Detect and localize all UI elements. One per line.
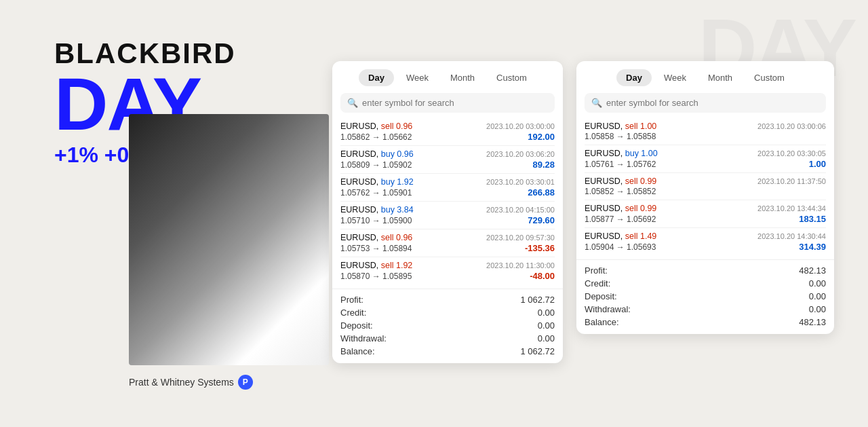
tab-left-week[interactable]: Week	[397, 69, 438, 86]
trade-value: -48.00	[530, 271, 555, 281]
trade-prices: 1.05761 → 1.05762	[585, 160, 656, 169]
trade-item: EURUSD, buy 1.00 2023.10.20 03:30:05 1.0…	[585, 145, 826, 173]
trade-prices: 1.05904 → 1.05693	[585, 242, 656, 252]
summary-withdrawal-left: Withdrawal: 0.00	[340, 332, 555, 345]
tab-left-custom[interactable]: Custom	[487, 69, 536, 86]
trade-item: EURUSD, sell 1.00 2023.10.20 03:00:06 1.…	[585, 118, 826, 145]
summary-deposit-left: Deposit: 0.00	[340, 319, 555, 332]
tab-right-week[interactable]: Week	[654, 69, 696, 86]
summary-credit-left: Credit: 0.00	[340, 306, 555, 319]
trade-list-right: EURUSD, sell 1.00 2023.10.20 03:00:06 1.…	[576, 118, 834, 255]
trade-date: 2023.10.20 03:30:05	[757, 149, 826, 157]
trade-label: EURUSD, sell 1.92	[340, 261, 412, 270]
trade-date: 2023.10.20 03:30:01	[486, 178, 555, 186]
footer-text: Pratt & Whitney Systems	[129, 377, 234, 388]
trade-prices: 1.05753 → 1.05894	[340, 244, 412, 253]
panel-right: Day Week Month Custom 🔍 EURUSD, sell 1.0…	[576, 61, 834, 334]
trade-prices: 1.05858 → 1.05858	[585, 132, 656, 141]
search-bar-left[interactable]: 🔍	[340, 93, 555, 113]
tab-left-day[interactable]: Day	[359, 69, 394, 86]
trade-value: 314.39	[799, 242, 826, 252]
trade-value: 192.00	[528, 132, 555, 142]
tab-right-month[interactable]: Month	[698, 69, 742, 86]
trade-prices: 1.05710 → 1.05900	[340, 216, 412, 225]
trade-date: 2023.10.20 04:15:00	[486, 206, 555, 214]
footer-icon: P	[238, 375, 253, 390]
search-icon-right: 🔍	[591, 98, 602, 108]
trade-prices: 1.05870 → 1.05895	[340, 272, 412, 281]
trade-list-left: EURUSD, sell 0.96 2023.10.20 03:00:00 1.…	[332, 118, 563, 284]
tab-bar-right: Day Week Month Custom	[576, 69, 834, 86]
trade-item: EURUSD, sell 1.92 2023.10.20 11:30:00 1.…	[340, 257, 555, 284]
trade-prices: 1.05877 → 1.05692	[585, 215, 656, 224]
search-icon-left: 🔍	[347, 98, 358, 108]
search-bar-right[interactable]: 🔍	[585, 93, 826, 113]
trade-item: EURUSD, buy 1.92 2023.10.20 03:30:01 1.0…	[340, 174, 555, 202]
trade-date: 2023.10.20 13:44:34	[757, 204, 826, 212]
trade-label: EURUSD, buy 0.96	[340, 149, 414, 159]
trade-label: EURUSD, sell 0.96	[340, 233, 412, 242]
summary-left: Profit: 1 062.72 Credit: 0.00 Deposit: 0…	[332, 289, 563, 358]
trade-item: EURUSD, sell 0.96 2023.10.20 09:57:30 1.…	[340, 229, 555, 257]
trade-label: EURUSD, sell 0.99	[585, 177, 656, 186]
trade-label: EURUSD, buy 1.00	[585, 149, 658, 158]
trade-label: EURUSD, sell 0.99	[585, 204, 656, 213]
tab-left-month[interactable]: Month	[441, 69, 484, 86]
trade-item: EURUSD, sell 0.99 2023.10.20 11:37:50 1.…	[585, 173, 826, 200]
trade-date: 2023.10.20 03:00:00	[486, 122, 555, 130]
trade-label: EURUSD, buy 3.84	[340, 205, 414, 215]
summary-balance-right: Balance: 482.13	[585, 316, 826, 329]
trade-date: 2023.10.20 14:30:44	[757, 232, 826, 240]
footer: Pratt & Whitney Systems P	[129, 375, 253, 390]
summary-profit-right: Profit: 482.13	[585, 264, 826, 277]
trade-prices: 1.05862 → 1.05662	[340, 132, 412, 142]
trade-value: 1.00	[809, 159, 826, 169]
tab-right-custom[interactable]: Custom	[745, 69, 794, 86]
trade-date: 2023.10.20 09:57:30	[486, 234, 555, 242]
trade-label: EURUSD, buy 1.92	[340, 177, 414, 187]
trade-value: 89.28	[532, 160, 555, 170]
trade-item: EURUSD, sell 0.96 2023.10.20 03:00:00 1.…	[340, 118, 555, 146]
trade-prices: 1.05852 → 1.05852	[585, 187, 656, 196]
trade-value: 729.60	[528, 215, 555, 225]
trade-prices: 1.05809 → 1.05902	[340, 160, 412, 170]
trade-date: 2023.10.20 11:30:00	[486, 261, 555, 270]
trade-item: EURUSD, sell 0.99 2023.10.20 13:44:34 1.…	[585, 200, 826, 228]
summary-balance-left: Balance: 1 062.72	[340, 345, 555, 358]
summary-deposit-right: Deposit: 0.00	[585, 290, 826, 303]
summary-credit-right: Credit: 0.00	[585, 277, 826, 290]
trade-label: EURUSD, sell 0.96	[340, 122, 412, 131]
tab-bar-left: Day Week Month Custom	[332, 69, 563, 86]
trade-prices: 1.05762 → 1.05901	[340, 188, 412, 198]
trade-item: EURUSD, buy 0.96 2023.10.20 03:06:20 1.0…	[340, 146, 555, 174]
trade-date: 2023.10.20 11:37:50	[757, 177, 826, 185]
search-input-right[interactable]	[606, 98, 819, 108]
trade-value: 183.15	[799, 214, 826, 224]
trade-date: 2023.10.20 03:06:20	[486, 150, 555, 158]
summary-profit-left: Profit: 1 062.72	[340, 293, 555, 306]
panel-left: Day Week Month Custom 🔍 EURUSD, sell 0.9…	[332, 61, 563, 363]
trade-value: -135.36	[525, 243, 555, 253]
trade-value: 266.88	[528, 187, 555, 198]
search-input-left[interactable]	[362, 98, 548, 108]
trade-item: EURUSD, sell 1.49 2023.10.20 14:30:44 1.…	[585, 228, 826, 255]
trade-label: EURUSD, sell 1.00	[585, 122, 656, 131]
summary-withdrawal-right: Withdrawal: 0.00	[585, 303, 826, 316]
trade-item: EURUSD, buy 3.84 2023.10.20 04:15:00 1.0…	[340, 202, 555, 229]
tab-right-day[interactable]: Day	[616, 69, 652, 86]
chart-area	[129, 114, 329, 365]
trade-label: EURUSD, sell 1.49	[585, 231, 656, 241]
trade-date: 2023.10.20 03:00:06	[757, 122, 826, 130]
summary-right: Profit: 482.13 Credit: 0.00 Deposit: 0.0…	[576, 259, 834, 329]
